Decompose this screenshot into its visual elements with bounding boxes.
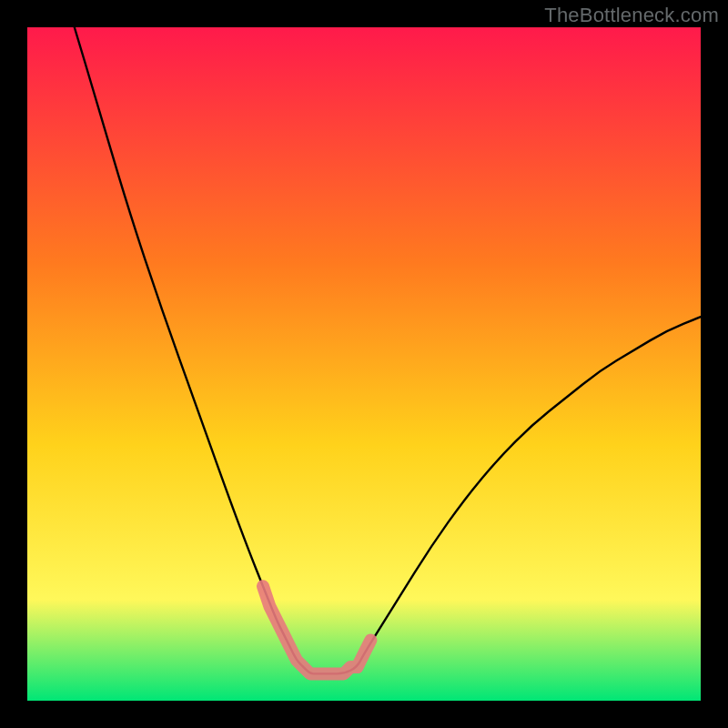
bottleneck-chart bbox=[0, 0, 728, 728]
chart-canvas: TheBottleneck.com bbox=[0, 0, 728, 728]
watermark-text: TheBottleneck.com bbox=[544, 4, 719, 27]
plot-area bbox=[27, 27, 701, 701]
